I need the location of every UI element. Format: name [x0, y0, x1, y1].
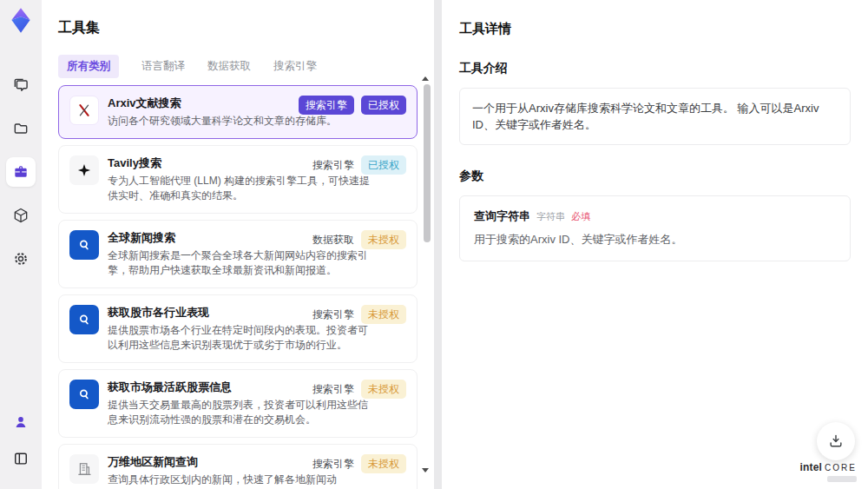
category-tab[interactable]: 搜索引擎	[273, 59, 317, 74]
building-icon	[69, 454, 99, 484]
tool-badges: 搜索引擎 未授权	[312, 454, 406, 473]
tool-description: 全球新闻搜索是一个聚合全球各大新闻网站内容的搜索引擎，帮助用户快速获取全球最新资…	[108, 248, 370, 278]
tool-detail-panel: 工具详情 工具介绍 一个用于从Arxiv存储库搜索科学论文和文章的工具。 输入可…	[442, 0, 868, 489]
scrollbar-thumb[interactable]	[424, 84, 431, 242]
intel-core-logo: intelCORE	[799, 459, 857, 482]
tool-list: Arxiv文献搜索 访问各个研究领域大量科学论文和文章的存储库。 搜索引擎 已授…	[58, 85, 434, 489]
category-tabs: 所有类别语言翻译数据获取搜索引擎	[58, 55, 434, 77]
arxiv-icon	[69, 96, 99, 125]
category-tab[interactable]: 语言翻译	[141, 59, 185, 74]
tool-intro-text: 一个用于从Arxiv存储库搜索科学论文和文章的工具。 输入可以是Arxiv ID…	[472, 102, 819, 131]
tool-category-badge: 搜索引擎	[312, 454, 354, 473]
tool-auth-badge: 未授权	[361, 305, 406, 324]
parameter-box: 查询字符串 字符串 必填 用于搜索的Arxiv ID、关键字或作者姓名。	[459, 195, 851, 261]
tool-list-item[interactable]: 万维地区新闻查询 查询具体行政区划内的新闻，快速了解各地新闻动 搜索引擎 未授权	[58, 444, 418, 489]
tool-list-item[interactable]: Arxiv文献搜索 访问各个研究领域大量科学论文和文章的存储库。 搜索引擎 已授…	[58, 85, 418, 139]
tool-auth-badge: 未授权	[361, 230, 406, 249]
tool-list-item[interactable]: 全球新闻搜索 全球新闻搜索是一个聚合全球各大新闻网站内容的搜索引擎，帮助用户快速…	[58, 220, 418, 288]
tool-badges: 搜索引擎 未授权	[312, 305, 406, 324]
tool-category-badge: 搜索引擎	[312, 155, 354, 175]
parameter-name: 查询字符串	[474, 208, 530, 224]
sidebar	[0, 0, 42, 489]
detail-title: 工具详情	[459, 21, 851, 37]
panel-toggle-icon[interactable]	[6, 444, 36, 473]
scroll-up-arrow[interactable]	[422, 76, 429, 81]
gear-icon[interactable]	[6, 244, 36, 274]
folder-icon[interactable]	[6, 114, 36, 143]
tool-auth-badge: 已授权	[361, 155, 406, 175]
category-tab[interactable]: 数据获取	[207, 59, 251, 74]
chat-icon[interactable]	[6, 70, 36, 100]
tool-category-badge: 搜索引擎	[312, 305, 354, 324]
parameter-required-badge: 必填	[571, 210, 590, 223]
app-window: 工具集 所有类别语言翻译数据获取搜索引擎 Arxiv文献搜索 访问各个研究领域大…	[0, 0, 868, 489]
params-heading: 参数	[459, 169, 851, 184]
brand-sub-chip	[827, 476, 857, 482]
tool-badges: 数据获取 未授权	[312, 230, 406, 249]
parameter-type: 字符串	[536, 210, 565, 223]
parameter-header: 查询字符串 字符串 必填	[474, 208, 836, 224]
tool-badges: 搜索引擎 已授权	[312, 155, 406, 175]
search-blue-icon	[69, 305, 99, 334]
tool-category-badge: 搜索引擎	[299, 96, 354, 115]
tool-description: 查询具体行政区划内的新闻，快速了解各地新闻动	[108, 472, 370, 487]
intro-heading: 工具介绍	[459, 61, 851, 76]
tool-list-item[interactable]: Tavily搜索 专为人工智能代理 (LLM) 构建的搜索引擎工具，可快速提供实…	[58, 145, 418, 214]
cube-icon[interactable]	[6, 201, 36, 230]
tool-auth-badge: 未授权	[361, 380, 406, 399]
tool-description: 专为人工智能代理 (LLM) 构建的搜索引擎工具，可快速提供实时、准确和真实的结…	[108, 174, 370, 203]
sidebar-bottom	[6, 407, 36, 489]
download-button[interactable]	[817, 422, 855, 460]
toolbox-icon[interactable]	[6, 157, 36, 187]
search-blue-icon	[69, 230, 99, 260]
sidebar-nav	[6, 70, 36, 274]
category-tab[interactable]: 所有类别	[58, 55, 119, 78]
tool-badges: 搜索引擎 未授权	[312, 380, 406, 399]
sparkle-icon	[69, 155, 99, 185]
tool-intro-box: 一个用于从Arxiv存储库搜索科学论文和文章的工具。 输入可以是Arxiv ID…	[459, 88, 851, 145]
scroll-down-arrow[interactable]	[422, 468, 429, 472]
brand-core-text: CORE	[825, 463, 857, 472]
brand-intel-text: intel	[799, 461, 822, 473]
tool-description: 访问各个研究领域大量科学论文和文章的存储库。	[108, 114, 370, 129]
user-avatar-icon[interactable]	[6, 407, 36, 437]
page-title: 工具集	[58, 19, 434, 37]
search-blue-icon	[69, 380, 99, 409]
tool-auth-badge: 未授权	[361, 454, 406, 473]
parameter-description: 用于搜索的Arxiv ID、关键字或作者姓名。	[474, 232, 836, 248]
tool-description: 提供当天交易量最高的股票列表，投资者可以利用这些信息来识别流动性强的股票和潜在的…	[108, 398, 370, 427]
tool-auth-badge: 已授权	[361, 96, 406, 115]
app-logo-icon	[6, 6, 36, 36]
tool-list-item[interactable]: 获取市场最活跃股票信息 提供当天交易量最高的股票列表，投资者可以利用这些信息来识…	[58, 369, 418, 438]
tool-badges: 搜索引擎 已授权	[299, 96, 406, 115]
tool-category-badge: 搜索引擎	[312, 380, 354, 399]
tool-description: 提供股票市场各个行业在特定时间段内的表现。投资者可以利用这些信息来识别表现优于或…	[108, 323, 370, 353]
tool-list-item[interactable]: 获取股市各行业表现 提供股票市场各个行业在特定时间段内的表现。投资者可以利用这些…	[58, 294, 418, 363]
download-icon	[827, 433, 845, 450]
tool-list-panel: 工具集 所有类别语言翻译数据获取搜索引擎 Arxiv文献搜索 访问各个研究领域大…	[42, 0, 434, 489]
tool-category-badge: 数据获取	[312, 230, 354, 249]
